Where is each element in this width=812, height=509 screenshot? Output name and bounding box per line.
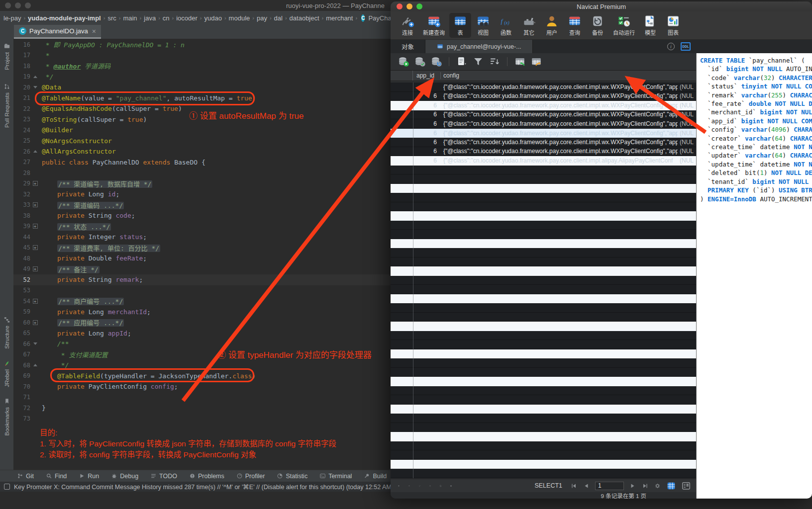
navicat-toolbar-connect[interactable]: 连接: [397, 13, 418, 38]
settings-gear-icon[interactable]: [654, 482, 661, 490]
navicat-toolbar-model[interactable]: 模型: [639, 13, 661, 38]
code-line[interactable]: 73: [13, 414, 393, 424]
next-page-icon[interactable]: [629, 482, 636, 490]
row-handle[interactable]: [391, 239, 413, 249]
table-row[interactable]: 6{"@class":"cn.iocoder.yudao.framework.p…: [391, 147, 696, 157]
app-id-cell[interactable]: 6: [413, 92, 441, 99]
code-line[interactable]: 24@Builder: [13, 125, 393, 136]
info-icon[interactable]: i: [667, 43, 675, 50]
row-handle[interactable]: [391, 230, 413, 239]
close-window-icon[interactable]: [5, 2, 11, 8]
sidebar-item-pull-requests[interactable]: Pull Requests: [3, 83, 10, 128]
code-line[interactable]: 48private Double feeRate;: [13, 253, 393, 264]
editor-tab-paychanneldo[interactable]: C PayChannelDO.java ×: [14, 25, 101, 39]
config-cell[interactable]: {"@class":"cn.iocoder.yudao.framework.pa…: [441, 148, 678, 155]
create-time-cell[interactable]: (NUL: [678, 130, 696, 137]
row-handle[interactable]: [391, 441, 413, 450]
fold-end-icon[interactable]: [33, 76, 37, 78]
row-handle[interactable]: [391, 313, 413, 322]
table-row[interactable]: {"@class":"cn.iocoder.yudao.framework.pa…: [391, 83, 696, 92]
row-handle[interactable]: [391, 174, 413, 183]
row-handle[interactable]: [391, 395, 413, 404]
toolbar-button-debug[interactable]: Debug: [106, 473, 143, 480]
breadcrumb-item[interactable]: yudao: [204, 14, 222, 22]
rollback-icon[interactable]: [430, 56, 442, 67]
code-line[interactable]: 29+/** 渠道编号, 数据库自增 */: [13, 178, 393, 189]
add-record-icon[interactable]: [398, 482, 400, 490]
config-cell[interactable]: {"@class":"cn.iocoder.yudao.framework.pa…: [441, 111, 678, 118]
code-line[interactable]: 53: [13, 285, 393, 296]
breadcrumb-item[interactable]: main: [123, 14, 137, 22]
config-cell[interactable]: {"@class":"cn.iocoder.yudao.framework.pa…: [441, 84, 678, 90]
toolbar-button-run[interactable]: Run: [74, 473, 104, 480]
breadcrumb-item[interactable]: pay: [257, 14, 267, 22]
navicat-toolbar-chart[interactable]: 图表: [662, 13, 684, 38]
fold-expand-icon[interactable]: +: [33, 245, 38, 250]
filter-icon[interactable]: [472, 56, 484, 67]
row-handle[interactable]: [391, 101, 413, 110]
row-handle[interactable]: [391, 460, 413, 469]
row-handle[interactable]: [391, 202, 413, 211]
breadcrumb-item[interactable]: src: [107, 14, 116, 22]
row-handle[interactable]: [391, 340, 413, 349]
navicat-toolbar-others[interactable]: 其它: [518, 13, 540, 38]
sidebar-item-bookmarks[interactable]: Bookmarks: [3, 398, 10, 436]
breadcrumb-item[interactable]: java: [144, 14, 156, 22]
breadcrumb-item[interactable]: dataobject: [290, 14, 319, 22]
fold-end-icon[interactable]: [33, 150, 37, 153]
object-tab-objects[interactable]: 对象: [391, 40, 425, 53]
grid-view-icon[interactable]: [666, 482, 676, 490]
memo-icon[interactable]: [456, 56, 468, 67]
fold-expand-icon[interactable]: +: [33, 266, 38, 271]
fold-end-icon[interactable]: [33, 364, 37, 366]
create-time-cell[interactable]: (NUL: [678, 148, 696, 155]
row-handle[interactable]: [391, 285, 413, 294]
fold-expand-icon[interactable]: +: [33, 181, 38, 186]
code-line[interactable]: 32private Long id;: [13, 189, 393, 200]
row-handle[interactable]: [391, 129, 413, 138]
config-cell[interactable]: {"@class":"cn.iocoder.yudao.framework.pa…: [441, 130, 678, 137]
app-id-cell[interactable]: 6: [413, 148, 441, 155]
breadcrumb-item[interactable]: le-pay: [3, 14, 21, 22]
minimize-window-icon[interactable]: [15, 2, 21, 8]
code-line[interactable]: 39+/** 状态 ...*/: [13, 221, 393, 232]
table-row[interactable]: 6{"@class":"cn.iocoder.yudao.framework.p…: [391, 156, 696, 166]
breadcrumb-item[interactable]: PayChan: [368, 14, 393, 22]
row-handle[interactable]: [391, 358, 413, 367]
row-handle[interactable]: [391, 138, 413, 147]
code-line[interactable]: 38private String code;: [13, 210, 393, 221]
navicat-toolbar-backup[interactable]: 备份: [587, 13, 609, 38]
row-handle[interactable]: [391, 248, 413, 257]
row-handle[interactable]: [391, 156, 413, 166]
fold-expand-icon[interactable]: +: [33, 202, 38, 207]
app-id-cell[interactable]: 6: [413, 157, 441, 164]
create-time-cell[interactable]: (NUL: [678, 84, 696, 90]
toolbar-button-git[interactable]: Git: [12, 473, 39, 480]
macos-window-controls-inactive[interactable]: [5, 2, 31, 8]
sidebar-item-jrebel[interactable]: JRebel: [3, 360, 10, 387]
code-line[interactable]: 16 * 即 PayAppDO : PayChannelDO = 1 : n: [13, 39, 393, 50]
row-handle[interactable]: [391, 83, 413, 91]
config-cell[interactable]: {"@class":"cn.iocoder.yudao.framework.pa…: [441, 139, 678, 146]
stop-icon[interactable]: [450, 482, 452, 490]
delete-record-icon[interactable]: [408, 482, 410, 490]
page-number-input[interactable]: [595, 482, 624, 490]
row-handle[interactable]: [391, 469, 413, 478]
code-line[interactable]: 65private Long appId;: [13, 328, 393, 339]
toolbar-button-statistic[interactable]: Statistic: [272, 473, 312, 480]
code-line[interactable]: 54+/** 商户编号 ...*/: [13, 296, 393, 307]
navicat-toolbar-function[interactable]: f(x)函数: [495, 13, 517, 38]
code-line[interactable]: 70private PayClientConfig config;: [13, 381, 393, 392]
create-time-cell[interactable]: (NUL: [678, 157, 696, 164]
row-handle[interactable]: [391, 331, 413, 340]
event-log-icon[interactable]: [4, 484, 10, 490]
row-handle[interactable]: [391, 432, 413, 441]
row-handle[interactable]: [391, 193, 413, 202]
discard-changes-icon[interactable]: [429, 482, 431, 490]
row-handle[interactable]: [391, 405, 413, 414]
last-page-icon[interactable]: [641, 482, 649, 490]
toolbar-button-problems[interactable]: Problems: [184, 473, 229, 480]
app-id-cell[interactable]: 6: [413, 102, 441, 109]
sidebar-item-structure[interactable]: Structure: [3, 316, 10, 349]
table-row[interactable]: 6{"@class":"cn.iocoder.yudao.framework.p…: [391, 101, 696, 110]
